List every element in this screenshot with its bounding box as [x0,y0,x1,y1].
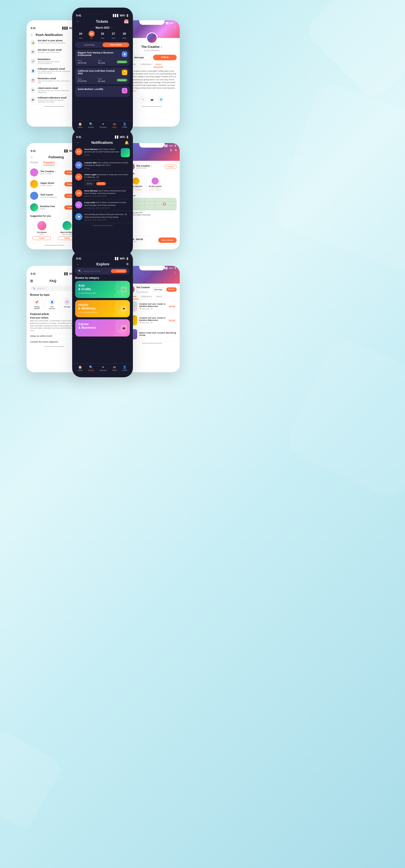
explore-search[interactable]: 🔍 Search all events 📍 California [75,268,130,275]
tab-about[interactable]: About [153,62,163,67]
phone-notch-7 [42,266,67,271]
decline-button[interactable]: Decline [84,182,95,185]
event-list-org-name: The Creative ✓ [136,286,152,291]
cal-next-icon[interactable]: › [112,26,112,29]
explore-header: ← Explore ⚙ [72,261,133,268]
faq-search-input[interactable]: Search... [37,287,46,290]
favorites-icon-8: ♥ [102,365,104,369]
cal-day-sun[interactable]: 27 Sun [110,31,117,39]
nav-profile[interactable]: 👤 Profile [122,122,127,128]
show-more-link[interactable]: Show more [30,327,77,332]
subtab-people[interactable]: People [30,161,38,165]
ticket-icon: 🎟 [113,122,116,126]
tab-about-9[interactable]: About [154,294,164,299]
ticket-card-header-3: Santa Barbara: Lucidify 🎵 [78,88,127,93]
event-info-1: Creative self care: Guide to Intuitive W… [139,303,167,310]
more-icon-9[interactable]: ⋮ [173,271,177,275]
home-icon-8: 🏠 [78,365,82,369]
globe-icon[interactable]: 🌐 [158,96,164,102]
notif-content-4: Anna Mariana and 6 others friend joined … [84,190,130,197]
faq-topic-account[interactable]: 👤 Your account [45,297,59,311]
ticket-card-2[interactable]: California Area Craft Beer Festival 2022… [75,68,130,84]
subtab-organizer[interactable]: Organizer [43,161,55,165]
notif-icon-liked: ♥ [30,87,36,93]
nav-ticket-8[interactable]: 🎟 Ticket [112,365,117,371]
cal-day-fri[interactable]: 25 Fri [88,31,95,39]
phone-notch-2 [90,8,115,12]
evenline-avatar [30,203,38,211]
faq-search[interactable]: 🔍 Search... [30,286,79,291]
explore-search-input[interactable]: Search all events [83,270,100,273]
notification-2[interactable]: LM Leandro Max and 2 others commented on… [72,159,133,172]
cal-day-thu[interactable]: 24 Thu [77,31,85,39]
notification-5[interactable]: LL Lucy Leslie and 8 others commented on… [72,199,133,211]
accept-button[interactable]: Accept [96,182,105,185]
cal-prev-icon[interactable]: ‹ [93,26,93,29]
location-map[interactable] [127,198,177,210]
faq-topic-manage[interactable]: ⚙ Manage [61,297,74,311]
back-arrow-icon-2[interactable]: ← [76,19,80,24]
nav-profile-8[interactable]: 👤 Profile [122,365,127,371]
ticket-meta-2: Time 07:00 PM Seat No seat Success [78,78,127,82]
location-filter[interactable]: 📍 California [111,269,127,273]
notification-6[interactable]: 🎟 successfully purchased Daft punk disco… [72,211,133,223]
nav-explore-8[interactable]: 🔍 Explore [88,365,94,371]
share-icon[interactable]: ⬆ [170,148,172,152]
tab-collections[interactable]: Collections [138,62,153,67]
back-arrow-5[interactable]: ← [76,141,80,145]
home-indicator-3 [142,106,162,107]
back-arrow-8[interactable]: ← [76,262,80,266]
agenda-card-2[interactable]: Art live contest The Creative 10:15 - 11… [146,176,164,192]
notif-avatar-2: LM [75,161,82,168]
nav-favorites[interactable]: ♥ Favorites [99,122,107,128]
notif-icon-email: ✉ [30,49,36,55]
ticket-card-header-1: Biggest Tech Startup & Business Professi… [78,52,127,57]
more-icon[interactable]: ⋮ [173,25,177,29]
faq-topic-started[interactable]: 🚀 Getting started [30,297,43,311]
back-arrow-icon[interactable]: ← [30,33,34,37]
cal-day-sat[interactable]: 26 Sat [99,31,106,39]
nav-home[interactable]: 🏠 Home [78,122,83,128]
home-icon: 🏠 [78,122,82,126]
ticket-card-1[interactable]: Biggest Tech Startup & Business Professi… [75,50,130,66]
nav-ticket[interactable]: 🎟 Ticket [112,122,117,128]
heart-icon[interactable]: ♥ [175,148,177,152]
nav-favorites-8[interactable]: ♥ Favorites [99,365,107,371]
cat-arts-crafts[interactable]: Arts& Crafts 12 upcoming events 🎨 [75,281,130,298]
ticket-card-3[interactable]: Santa Barbara: Lucidify 🎵 [75,86,130,97]
message-button-9[interactable]: Message [152,287,164,292]
tab-upcoming[interactable]: Upcoming [76,42,102,47]
filter-icon[interactable]: ⚙ [126,262,129,266]
follow-button-6[interactable]: Follow [165,164,177,169]
cat-health-wellness[interactable]: Health& Wellness 410 upcoming events ❤ [75,300,130,317]
back-arrow-4[interactable]: ← [30,155,34,159]
notif-thumb-1 [121,148,130,157]
faq-logo-icon: ⊞ [30,279,33,283]
cal-day-mon[interactable]: 28 Mon [121,31,128,39]
following-title: Following [49,155,64,159]
tab-past[interactable]: Past ticket [102,42,129,47]
tab-collections-9[interactable]: Collections [139,294,154,299]
calendar-icon[interactable]: 📅 [124,19,129,24]
notification-1[interactable]: AM Anna Mariana and 8 others friend join… [72,146,133,159]
cat-career-business[interactable]: Career& Business 💼 [75,319,130,337]
notif-text-reminder: Reminders email Allow set reminders for … [38,77,72,84]
follow-button-9[interactable]: Follow [166,287,177,292]
notification-4[interactable]: AM Anna Mariana and 6 others friend join… [72,188,133,199]
get-ticket-button[interactable]: Get a Ticket [158,238,177,243]
ticket-card-header-2: California Area Craft Beer Festival 2022… [78,70,127,75]
suggestion-cards: DJ Alexia Music Follow Best Art Boss Art… [30,219,79,242]
twitter-icon[interactable]: 𝕏 [140,96,146,102]
faq-title: FAQ [50,279,57,283]
follow-btn-dj[interactable]: Follow [32,236,51,240]
follow-button[interactable]: Follow [153,55,177,60]
suggest-dj[interactable]: DJ Alexia Music Follow [30,219,54,242]
event-list-actions: Message Follow [152,287,177,292]
instagram-icon[interactable]: 📷 [149,96,155,102]
nav-explore[interactable]: 🔍 Explore [88,122,94,128]
notification-3[interactable]: AL Andre Laglin would like to invite you… [72,172,133,188]
calendar-nav: ‹ March 2022 › [72,25,133,30]
nav-home-8[interactable]: 🏠 Home [78,365,83,371]
notif-text-phone: Get alert in your phone Get alert in you… [38,39,72,44]
tech-avatar [30,192,38,200]
